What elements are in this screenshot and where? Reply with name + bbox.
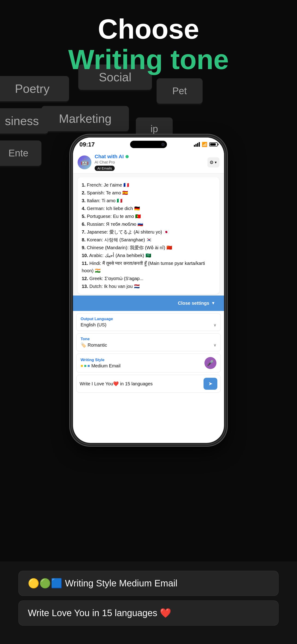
- dynamic-island: [130, 141, 167, 148]
- online-indicator: [126, 155, 129, 158]
- output-language-panel[interactable]: Output Language English (US) ∨: [76, 313, 221, 331]
- phone-screen: 09:17 📶: [73, 138, 224, 443]
- heart-emoji: ❤️: [160, 608, 171, 618]
- chat-header: 🤖 Chat with AI AI Chat Pro AI Emails ⚙ ▼: [73, 151, 224, 174]
- wifi-icon: 📶: [202, 142, 208, 147]
- message-input[interactable]: Write I Love You❤️ in 15 languages: [80, 380, 201, 387]
- writing-style-card-text: 🟡🟢🟦 Writing Style Medium Email: [28, 578, 177, 588]
- signal-icon: [194, 142, 200, 147]
- tone-value: 🏷️ Romantic ∨: [80, 342, 216, 348]
- tone-panel[interactable]: Tone 🏷️ Romantic ∨: [76, 333, 221, 351]
- tone-label: Tone: [80, 337, 216, 341]
- key-marketing: Marketing: [42, 106, 129, 131]
- write-love-card: Write Love You in 15 languages ❤️: [18, 600, 278, 626]
- background: Poetry Social Pet Marketing siness ip En…: [0, 0, 297, 644]
- header-writing-tone: Writing tone: [0, 44, 297, 75]
- writing-style-card: 🟡🟢🟦 Writing Style Medium Email: [18, 571, 278, 596]
- chevron-down-icon: ▼: [211, 301, 215, 306]
- chevron-down-icon: ▼: [214, 160, 217, 164]
- close-settings-bar: Close settings ▼: [73, 296, 224, 311]
- dot-icons: 🟡🟢🟦: [28, 578, 65, 588]
- mic-icon: 🎤: [207, 360, 214, 366]
- status-bar: 09:17 📶: [73, 138, 224, 151]
- chat-messages: 1. French: Je t'aime 🇫🇷 2. Spanish: Te a…: [73, 174, 224, 296]
- settings-button[interactable]: ⚙ ▼: [208, 157, 220, 168]
- close-settings-button[interactable]: Close settings ▼: [174, 299, 220, 308]
- mic-button[interactable]: 🎤: [204, 357, 216, 369]
- gear-icon: ⚙: [210, 160, 214, 165]
- message-bubble: 1. French: Je t'aime 🇫🇷 2. Spanish: Te a…: [78, 177, 220, 294]
- chevron-down-icon: ∨: [214, 322, 216, 328]
- chat-info: Chat with AI AI Chat Pro AI Emails: [95, 154, 208, 171]
- write-love-card-text: Write Love You in 15 languages ❤️: [28, 608, 171, 618]
- chat-name: Chat with AI: [95, 154, 124, 160]
- camera-indicator: [162, 143, 164, 146]
- writing-style-label: Writing Style: [80, 358, 120, 362]
- output-language-label: Output Language: [80, 317, 216, 321]
- key-poetry: Poetry: [0, 76, 69, 101]
- send-icon: ➤: [208, 381, 212, 387]
- key-pet: Pet: [156, 78, 202, 104]
- header-choose: Choose: [0, 14, 297, 44]
- status-time: 09:17: [80, 141, 95, 148]
- send-button[interactable]: ➤: [204, 378, 217, 390]
- chevron-down-icon: ∨: [214, 342, 216, 348]
- key-ente: Ente: [0, 140, 42, 166]
- battery-icon: [209, 142, 218, 146]
- page-header: Choose Writing tone: [0, 14, 297, 75]
- phone-frame: 09:17 📶: [71, 136, 226, 444]
- writing-style-value: ■ ■ ■ Medium Email: [80, 363, 120, 368]
- input-area[interactable]: Write I Love You❤️ in 15 languages ➤: [76, 375, 221, 393]
- bottom-cards-overlay: 🟡🟢🟦 Writing Style Medium Email Write Lov…: [0, 562, 297, 644]
- output-language-value: English (US) ∨: [80, 322, 216, 328]
- status-icons: 📶: [194, 142, 218, 147]
- chat-name-row: Chat with AI: [95, 154, 208, 160]
- chat-subtitle: AI Chat Pro: [95, 160, 208, 165]
- chat-tag: AI Emails: [95, 166, 115, 171]
- key-business: siness: [0, 108, 48, 134]
- close-settings-label: Close settings: [178, 300, 209, 306]
- avatar: 🤖: [78, 156, 92, 169]
- writing-style-panel[interactable]: Writing Style ■ ■ ■ Medium Email 🎤: [76, 354, 221, 372]
